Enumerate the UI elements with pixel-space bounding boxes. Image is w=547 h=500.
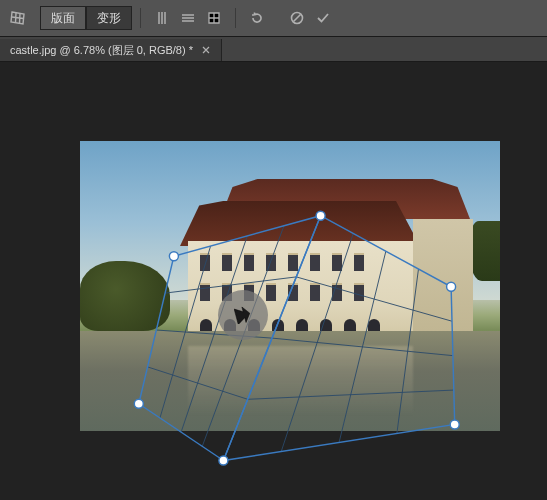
document-tab[interactable]: castle.jpg @ 6.78% (图层 0, RGB/8) * [0,39,222,61]
image-foliage [470,221,500,281]
image-wall [413,219,473,346]
image-foliage [80,261,170,331]
mode-tab-layout[interactable]: 版面 [40,6,86,30]
perspective-crop-tool-icon [4,4,32,32]
separator [235,8,236,28]
mode-tab-warp[interactable]: 变形 [86,6,132,30]
play-overlay-icon[interactable] [218,290,268,340]
document-tabs: castle.jpg @ 6.78% (图层 0, RGB/8) * [0,37,547,62]
align-vertical-icon[interactable] [149,5,175,31]
reset-icon[interactable] [244,5,270,31]
image-roof [180,201,420,246]
mode-tabs: 版面 变形 [40,6,132,30]
image-windows [200,253,364,271]
close-icon[interactable] [201,45,211,55]
separator [140,8,141,28]
document-tab-label: castle.jpg @ 6.78% (图层 0, RGB/8) * [10,43,193,58]
image-reflection [188,346,413,416]
options-bar: 版面 变形 [0,0,547,37]
document-image [80,141,500,431]
commit-icon[interactable] [310,5,336,31]
grid-toggle-icon[interactable] [201,5,227,31]
align-horizontal-icon[interactable] [175,5,201,31]
canvas[interactable] [0,62,547,500]
warp-handle[interactable] [219,456,228,465]
cancel-icon[interactable] [284,5,310,31]
